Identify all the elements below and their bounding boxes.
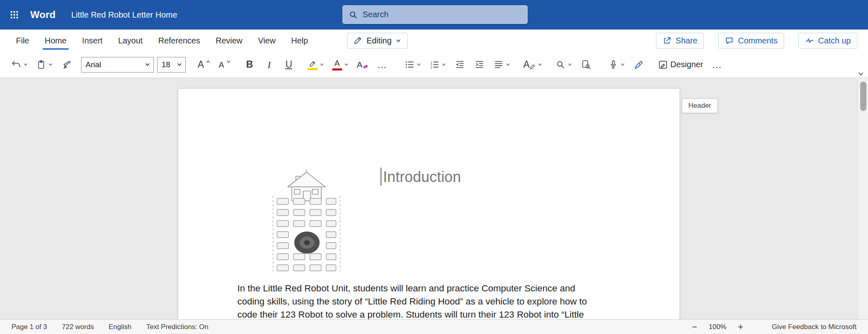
document-page[interactable]: Introduction In the Little Red Robot Uni… (178, 89, 680, 319)
comments-label: Comments (738, 36, 778, 45)
status-bar: Page 1 of 3 722 words English Text Predi… (0, 319, 868, 334)
alignment-button[interactable] (492, 55, 512, 74)
chevron-down-icon (23, 62, 28, 67)
font-size-combobox[interactable]: 18 (157, 57, 186, 73)
tab-home[interactable]: Home (37, 30, 74, 52)
find-icon (555, 59, 566, 70)
ellipsis-icon: … (712, 60, 722, 70)
editor-pen-icon (634, 59, 644, 70)
document-paragraph[interactable]: In the Little Red Robot Unit, students w… (237, 282, 626, 319)
word-count-status[interactable]: 722 words (62, 323, 94, 331)
style-pen-icon (530, 64, 536, 69)
dictate-button[interactable] (607, 55, 626, 74)
more-font-options-button[interactable]: … (375, 55, 389, 74)
font-name-combobox[interactable]: Arial (81, 57, 154, 73)
bold-icon: B (246, 60, 253, 69)
comment-icon (725, 36, 734, 45)
clear-formatting-button[interactable]: A (356, 55, 370, 74)
paragraph-line: code their 123 Robot to solve a problem.… (237, 308, 626, 319)
search-input[interactable] (363, 10, 521, 19)
editor-button[interactable] (632, 55, 646, 74)
italic-button[interactable]: I (262, 55, 276, 74)
tab-layout[interactable]: Layout (110, 30, 151, 52)
chevron-down-icon (417, 62, 421, 67)
chevron-down-icon (620, 62, 625, 67)
chevron-down-icon (145, 62, 150, 67)
catch-up-button[interactable]: Catch up (798, 33, 857, 49)
search-icon (349, 10, 358, 19)
tab-help[interactable]: Help (284, 30, 316, 52)
eraser-icon (363, 64, 368, 69)
search-box[interactable] (343, 5, 528, 24)
grow-font-button[interactable]: A (196, 55, 212, 74)
zoom-level[interactable]: 100% (709, 323, 726, 331)
share-label: Share (676, 36, 697, 45)
catch-up-label: Catch up (818, 36, 851, 45)
editing-mode-dropdown[interactable]: Editing (347, 33, 408, 49)
highlight-color-swatch (308, 68, 318, 70)
font-color-button[interactable]: A (331, 55, 350, 74)
designer-label: Designer (670, 60, 703, 69)
shrink-font-icon: A (219, 61, 224, 69)
topbar: Word Little Red Robot Letter Home (0, 0, 868, 30)
chevron-down-icon (344, 62, 349, 67)
header-section-tag[interactable]: Header (682, 98, 718, 113)
increase-indent-icon (474, 59, 485, 70)
chevron-down-icon (506, 62, 510, 67)
align-text-icon (494, 59, 504, 70)
styles-icon: A (523, 60, 530, 69)
tab-file[interactable]: File (8, 30, 37, 52)
chevron-down-icon (48, 62, 53, 67)
tab-review[interactable]: Review (208, 30, 250, 52)
zoom-out-button[interactable]: − (692, 323, 697, 332)
collapse-ribbon-chevron[interactable] (858, 71, 864, 77)
bold-button[interactable]: B (243, 55, 257, 74)
document-heading[interactable]: Introduction (383, 168, 461, 186)
language-status[interactable]: English (108, 323, 131, 331)
feedback-link[interactable]: Give Feedback to Microsoft (772, 323, 857, 331)
chevron-down-icon (396, 38, 401, 43)
app-name[interactable]: Word (30, 9, 56, 20)
underline-button[interactable]: U (282, 55, 296, 74)
designer-button[interactable]: Designer (656, 55, 704, 74)
undo-button[interactable] (10, 55, 29, 74)
document-title[interactable]: Little Red Robot Letter Home (71, 10, 177, 20)
zoom-controls: − 100% + Give Feedback to Microsoft (692, 323, 857, 332)
bullet-list-button[interactable] (403, 55, 422, 74)
ribbon-right-cluster: Share Comments Catch up (656, 33, 857, 49)
highlight-color-button[interactable] (307, 55, 325, 74)
vertical-scrollbar[interactable] (858, 78, 868, 319)
ribbon-tabs-row: File Home Insert Layout References Revie… (0, 30, 868, 52)
format-painter-button[interactable] (60, 55, 74, 74)
shrink-font-button[interactable]: A (217, 55, 232, 74)
scrollbar-thumb[interactable] (860, 82, 866, 111)
tab-insert[interactable]: Insert (74, 30, 110, 52)
waffle-icon (9, 10, 19, 20)
reading-view-button[interactable] (579, 55, 593, 74)
increase-indent-button[interactable] (473, 55, 487, 74)
share-button[interactable]: Share (656, 33, 704, 49)
chevron-down-icon (442, 62, 446, 67)
decrease-indent-button[interactable] (453, 55, 467, 74)
numbered-list-button[interactable]: 1 2 3 (428, 55, 447, 74)
find-button[interactable] (554, 55, 573, 74)
styles-button[interactable]: A (522, 55, 543, 74)
house-coding-grid-image[interactable] (271, 170, 343, 272)
more-toolbar-options-button[interactable]: … (710, 55, 724, 74)
tab-references[interactable]: References (151, 30, 208, 52)
app-launcher-button[interactable] (0, 0, 29, 30)
tab-view[interactable]: View (250, 30, 284, 52)
font-color-icon: A (334, 59, 340, 67)
page-count-status[interactable]: Page 1 of 3 (11, 323, 47, 331)
underline-icon: U (285, 60, 292, 69)
text-predictions-status[interactable]: Text Predictions: On (146, 323, 208, 331)
paragraph-line: coding skills, using the story of “Littl… (237, 295, 626, 308)
chevron-down-icon (320, 62, 324, 67)
zoom-in-button[interactable]: + (738, 323, 743, 332)
page-search-icon (581, 59, 591, 70)
font-color-swatch (332, 68, 342, 70)
chevron-down-icon (538, 62, 542, 67)
format-painter-icon (62, 59, 72, 70)
comments-button[interactable]: Comments (718, 33, 784, 49)
paste-button[interactable] (35, 55, 54, 74)
